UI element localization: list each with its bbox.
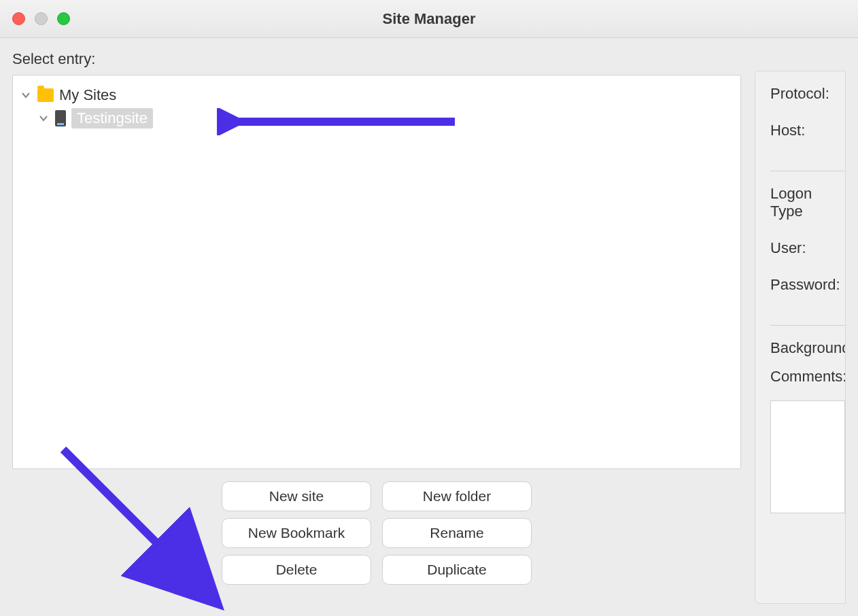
window-close-button[interactable] [12, 12, 25, 25]
site-tree[interactable]: My Sites Testingsite [12, 75, 741, 469]
tree-root-label: My Sites [59, 86, 116, 104]
right-pane: Protocol: Host: Logon Type User: Passwor… [755, 71, 846, 604]
main-content: Select entry: My Sites Testingsite [0, 38, 858, 616]
tree-selected-site-label[interactable]: Testingsite [71, 108, 153, 129]
background-label: Background [770, 339, 845, 357]
traffic-lights [12, 12, 70, 25]
titlebar: Site Manager [0, 0, 858, 38]
window-title: Site Manager [383, 10, 476, 28]
new-site-button[interactable]: New site [222, 481, 371, 511]
server-icon [55, 110, 66, 126]
left-pane: Select entry: My Sites Testingsite [12, 50, 741, 604]
protocol-label: Protocol: [770, 85, 845, 103]
logon-type-label: Logon Type [770, 185, 845, 220]
comments-textarea[interactable] [770, 400, 845, 513]
delete-button[interactable]: Delete [222, 555, 371, 585]
tree-row-root[interactable]: My Sites [20, 84, 734, 107]
tree-row-site[interactable]: Testingsite [20, 107, 734, 130]
chevron-down-icon[interactable] [37, 112, 50, 124]
window-maximize-button[interactable] [57, 12, 70, 25]
chevron-down-icon[interactable] [20, 89, 32, 101]
comments-label: Comments: [770, 368, 845, 386]
new-bookmark-button[interactable]: New Bookmark [222, 518, 371, 548]
new-folder-button[interactable]: New folder [382, 481, 532, 511]
select-entry-label: Select entry: [12, 50, 741, 68]
site-action-buttons: New site New folder New Bookmark Rename … [12, 481, 741, 585]
window-minimize-button[interactable] [35, 12, 48, 25]
rename-button[interactable]: Rename [382, 518, 532, 548]
duplicate-button[interactable]: Duplicate [382, 555, 532, 585]
host-label: Host: [770, 122, 845, 139]
folder-icon [37, 88, 54, 102]
user-label: User: [770, 239, 845, 257]
password-label: Password: [770, 276, 845, 294]
